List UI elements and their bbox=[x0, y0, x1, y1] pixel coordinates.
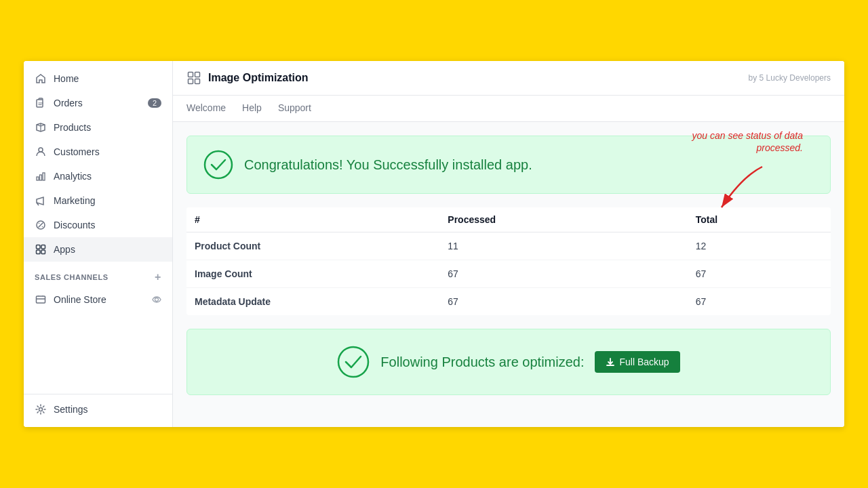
svg-point-12 bbox=[39, 408, 43, 411]
sidebar-item-online-store[interactable]: Online Store bbox=[24, 287, 172, 312]
svg-point-1 bbox=[39, 148, 43, 152]
row-total-0: 12 bbox=[642, 232, 831, 260]
sidebar-label-products: Products bbox=[54, 122, 91, 133]
row-name-0: Product Count bbox=[186, 232, 393, 260]
annotation-arrow bbox=[708, 163, 789, 218]
sidebar-item-discounts[interactable]: Discounts bbox=[24, 213, 172, 237]
svg-rect-4 bbox=[43, 173, 45, 180]
sales-channels-label: SALES CHANNELS bbox=[35, 273, 108, 281]
sidebar-label-home: Home bbox=[54, 73, 79, 84]
sidebar-label-discounts: Discounts bbox=[54, 220, 95, 230]
online-store-eye-icon[interactable] bbox=[152, 295, 161, 304]
sidebar-label-apps: Apps bbox=[54, 244, 75, 255]
analytics-icon bbox=[35, 170, 47, 182]
row-name-2: Metadata Update bbox=[186, 288, 393, 316]
success-check-icon bbox=[203, 150, 233, 180]
app-header: Image Optimization by 5 Lucky Developers bbox=[173, 61, 844, 96]
main-content: Image Optimization by 5 Lucky Developers… bbox=[173, 61, 844, 427]
sidebar-label-analytics: Analytics bbox=[54, 171, 92, 182]
bottom-banner: Following Products are optimized: Full B… bbox=[186, 329, 831, 395]
add-sales-channel-icon[interactable]: + bbox=[155, 271, 161, 283]
table-row: Product Count 11 12 bbox=[186, 232, 831, 260]
online-store-label: Online Store bbox=[54, 294, 106, 305]
svg-rect-7 bbox=[41, 245, 45, 249]
products-icon bbox=[35, 121, 47, 134]
svg-point-17 bbox=[205, 151, 232, 178]
sidebar-item-orders[interactable]: Orders 2 bbox=[24, 91, 172, 115]
online-store-icon bbox=[35, 293, 47, 306]
tab-support[interactable]: Support bbox=[278, 96, 311, 121]
sidebar-item-apps[interactable]: Apps bbox=[24, 237, 172, 262]
marketing-icon bbox=[35, 195, 47, 207]
sidebar-item-analytics[interactable]: Analytics bbox=[24, 164, 172, 188]
bottom-text: Following Products are optimized: bbox=[380, 354, 584, 370]
svg-rect-8 bbox=[37, 250, 41, 254]
tab-help[interactable]: Help bbox=[242, 96, 262, 121]
sidebar-label-marketing: Marketing bbox=[54, 195, 95, 206]
svg-rect-14 bbox=[195, 73, 200, 77]
svg-point-19 bbox=[338, 347, 368, 377]
discounts-icon bbox=[35, 219, 47, 231]
row-processed-0: 11 bbox=[393, 232, 641, 260]
sidebar: Home Orders 2 Products bbox=[24, 61, 173, 427]
sidebar-label-orders: Orders bbox=[54, 98, 83, 108]
success-message: Congratulations! You Successfully instal… bbox=[244, 157, 532, 173]
row-total-1: 67 bbox=[642, 260, 831, 288]
settings-label: Settings bbox=[54, 404, 88, 415]
svg-rect-9 bbox=[41, 250, 45, 254]
sidebar-bottom: Settings bbox=[24, 394, 172, 422]
row-processed-2: 67 bbox=[393, 288, 641, 316]
orders-badge: 2 bbox=[148, 98, 161, 108]
annotation: you can see status of data processed. bbox=[692, 129, 803, 154]
sidebar-item-products[interactable]: Products bbox=[24, 115, 172, 140]
sales-channels-header: SALES CHANNELS + bbox=[24, 262, 172, 287]
row-total-2: 67 bbox=[642, 288, 831, 316]
svg-point-11 bbox=[155, 298, 159, 302]
backup-button-label: Full Backup bbox=[619, 357, 669, 367]
svg-rect-10 bbox=[37, 296, 45, 303]
sidebar-item-marketing[interactable]: Marketing bbox=[24, 188, 172, 213]
download-icon bbox=[606, 357, 615, 367]
app-by-text: by 5 Lucky Developers bbox=[749, 73, 831, 83]
home-icon bbox=[35, 73, 47, 85]
sidebar-item-home[interactable]: Home bbox=[24, 66, 172, 91]
app-title: Image Optimization bbox=[208, 72, 309, 84]
row-name-1: Image Count bbox=[186, 260, 393, 288]
stats-table: # Processed Total Product Count 11 12 Im… bbox=[186, 207, 831, 315]
col-header-name: # bbox=[186, 207, 393, 232]
row-processed-1: 67 bbox=[393, 260, 641, 288]
sidebar-item-settings[interactable]: Settings bbox=[24, 397, 172, 422]
customers-icon bbox=[35, 146, 47, 158]
sidebar-label-customers: Customers bbox=[54, 146, 100, 157]
col-header-processed: Processed bbox=[393, 207, 641, 232]
svg-rect-15 bbox=[189, 79, 193, 84]
nav-tabs: Welcome Help Support bbox=[173, 96, 844, 122]
svg-rect-6 bbox=[37, 245, 41, 249]
apps-icon bbox=[35, 243, 47, 256]
success-banner: Congratulations! You Successfully instal… bbox=[186, 136, 831, 194]
app-header-icon bbox=[186, 70, 201, 85]
svg-rect-2 bbox=[37, 177, 39, 180]
orders-icon bbox=[35, 97, 47, 109]
tab-welcome[interactable]: Welcome bbox=[186, 96, 226, 121]
sidebar-item-customers[interactable]: Customers bbox=[24, 140, 172, 164]
app-header-left: Image Optimization bbox=[186, 70, 309, 85]
svg-rect-13 bbox=[189, 73, 193, 77]
page-content: Congratulations! You Successfully instal… bbox=[173, 122, 844, 427]
settings-icon bbox=[35, 403, 47, 415]
full-backup-button[interactable]: Full Backup bbox=[595, 351, 679, 373]
svg-rect-3 bbox=[40, 175, 42, 180]
table-row: Metadata Update 67 67 bbox=[186, 288, 831, 316]
svg-rect-16 bbox=[195, 79, 200, 84]
table-row: Image Count 67 67 bbox=[186, 260, 831, 288]
bottom-check-icon bbox=[337, 346, 370, 378]
